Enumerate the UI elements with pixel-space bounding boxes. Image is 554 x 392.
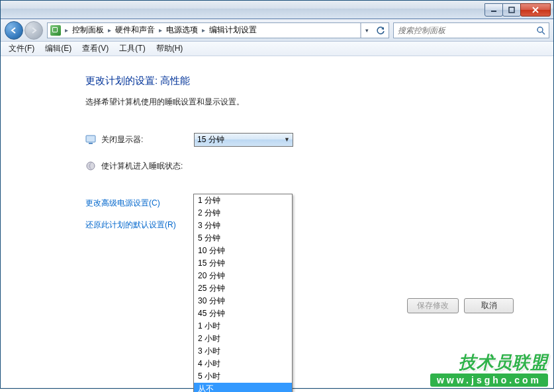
links-section: 更改高级电源设置(C) 还原此计划的默认设置(R) <box>85 198 514 231</box>
button-row: 保存修改 取消 <box>407 298 514 313</box>
forward-arrow-icon <box>29 26 38 35</box>
dropdown-option[interactable]: 10 分钟 <box>194 245 292 257</box>
breadcrumb-item[interactable]: 编辑计划设置 <box>207 24 259 36</box>
sleep-dropdown-list[interactable]: 1 分钟2 分钟3 分钟5 分钟10 分钟15 分钟20 分钟25 分钟30 分… <box>193 194 293 392</box>
combo-value: 15 分钟 <box>197 134 224 145</box>
maximize-icon <box>508 7 515 13</box>
menu-help[interactable]: 帮助(H) <box>151 42 189 56</box>
chevron-down-icon: ▼ <box>284 136 290 143</box>
dropdown-option[interactable]: 3 分钟 <box>194 219 292 232</box>
breadcrumb-item[interactable]: 电源选项 <box>163 24 201 36</box>
svg-rect-0 <box>491 11 496 12</box>
window: ▸ 控制面板 ▸ 硬件和声音 ▸ 电源选项 ▸ 编辑计划设置 ▾ 文件(F) 编… <box>0 0 554 389</box>
dropdown-option[interactable]: 4 小时 <box>194 358 292 370</box>
search-icon <box>536 26 545 35</box>
menu-edit[interactable]: 编辑(E) <box>40 42 77 56</box>
svg-rect-3 <box>86 136 95 142</box>
setting-row-display: 关闭显示器: 15 分钟 ▼ <box>85 132 514 147</box>
sleep-label: 使计算机进入睡眠状态: <box>101 161 194 172</box>
cancel-button[interactable]: 取消 <box>464 298 514 313</box>
content-area: 更改计划的设置: 高性能 选择希望计算机使用的睡眠设置和显示设置。 关闭显示器:… <box>1 56 553 388</box>
dropdown-option[interactable]: 1 小时 <box>194 320 292 333</box>
svg-rect-4 <box>89 143 93 144</box>
dropdown-option[interactable]: 15 分钟 <box>194 257 292 270</box>
refresh-icon <box>376 26 385 35</box>
watermark-url: www.jsgho.com <box>430 373 548 387</box>
menu-tools[interactable]: 工具(T) <box>114 42 150 56</box>
dropdown-option[interactable]: 从不 <box>194 383 292 392</box>
dropdown-option[interactable]: 3 小时 <box>194 345 292 358</box>
svg-rect-1 <box>509 7 514 13</box>
nav-row: ▸ 控制面板 ▸ 硬件和声音 ▸ 电源选项 ▸ 编辑计划设置 ▾ <box>1 19 553 42</box>
refresh-button[interactable] <box>373 23 389 38</box>
dropdown-option[interactable]: 30 分钟 <box>194 295 292 307</box>
control-panel-icon <box>50 25 61 36</box>
dropdown-option[interactable]: 25 分钟 <box>194 282 292 295</box>
address-dropdown-button[interactable]: ▾ <box>361 23 373 38</box>
breadcrumb-item[interactable]: 控制面板 <box>69 24 107 36</box>
titlebar <box>1 1 553 19</box>
dropdown-option[interactable]: 2 分钟 <box>194 207 292 219</box>
dropdown-option[interactable]: 5 分钟 <box>194 232 292 245</box>
display-off-label: 关闭显示器: <box>101 134 194 145</box>
search-button[interactable] <box>533 26 549 35</box>
minimize-icon <box>490 7 497 13</box>
back-button[interactable] <box>5 21 23 40</box>
menu-file[interactable]: 文件(F) <box>3 42 40 56</box>
maximize-button[interactable] <box>502 3 521 17</box>
breadcrumb-item[interactable]: 硬件和声音 <box>113 24 158 36</box>
address-right-controls: ▾ <box>360 23 389 38</box>
forward-button[interactable] <box>24 21 43 40</box>
menu-bar: 文件(F) 编辑(E) 查看(V) 工具(T) 帮助(H) <box>1 42 553 56</box>
dropdown-option[interactable]: 20 分钟 <box>194 270 292 282</box>
page-subtitle: 选择希望计算机使用的睡眠设置和显示设置。 <box>85 97 514 108</box>
advanced-settings-link[interactable]: 更改高级电源设置(C) <box>85 198 514 209</box>
setting-row-sleep: 使计算机进入睡眠状态: <box>85 158 514 174</box>
page-title: 更改计划的设置: 高性能 <box>85 75 514 87</box>
dropdown-option[interactable]: 1 分钟 <box>194 194 292 207</box>
back-arrow-icon <box>9 26 19 35</box>
content-inner: 更改计划的设置: 高性能 选择希望计算机使用的睡眠设置和显示设置。 关闭显示器:… <box>85 75 514 231</box>
watermark: 技术员联盟 www.jsgho.com <box>430 351 548 387</box>
dropdown-option[interactable]: 45 分钟 <box>194 307 292 320</box>
display-off-combo[interactable]: 15 分钟 ▼ <box>194 133 293 147</box>
svg-point-2 <box>537 27 543 32</box>
close-icon <box>531 7 539 13</box>
save-button[interactable]: 保存修改 <box>407 298 459 313</box>
moon-icon <box>85 161 96 171</box>
caption-buttons <box>485 3 551 17</box>
search-input[interactable] <box>394 26 533 35</box>
minimize-button[interactable] <box>485 3 503 17</box>
chevron-right-icon: ▸ <box>107 26 113 34</box>
restore-defaults-link[interactable]: 还原此计划的默认设置(R) <box>85 219 514 231</box>
close-button[interactable] <box>520 3 551 17</box>
address-bar[interactable]: ▸ 控制面板 ▸ 硬件和声音 ▸ 电源选项 ▸ 编辑计划设置 ▾ <box>47 22 389 38</box>
dropdown-option[interactable]: 2 小时 <box>194 333 292 345</box>
monitor-icon <box>85 134 96 145</box>
chevron-right-icon: ▸ <box>64 26 69 34</box>
nav-buttons <box>5 21 43 40</box>
menu-view[interactable]: 查看(V) <box>77 42 114 56</box>
chevron-right-icon: ▸ <box>158 26 163 34</box>
search-box[interactable] <box>393 22 549 38</box>
watermark-title: 技术员联盟 <box>430 351 548 374</box>
chevron-right-icon: ▸ <box>201 26 207 34</box>
dropdown-option[interactable]: 5 小时 <box>194 370 292 383</box>
